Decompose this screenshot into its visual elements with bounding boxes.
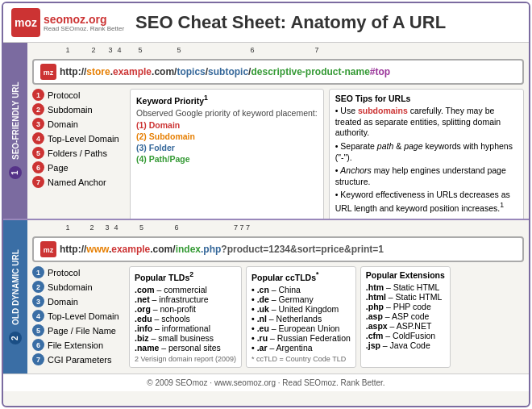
tip-2: • Separate path & page keywords with hyp… [335, 141, 517, 163]
ext-item: .htm – Static HTML [366, 282, 445, 292]
section2-content: 1 2 3 4 5 6 7 7 7 mz http://www.example.… [27, 220, 529, 374]
footer: © 2009 SEOmoz · www.seomoz.org · Read SE… [3, 374, 529, 391]
kw-description: Observed Google priority of keyword plac… [136, 108, 318, 118]
header: moz seomoz.org Read SEOmoz. Rank Better … [3, 3, 529, 43]
tld-item: .com – commercial [135, 285, 236, 294]
tld-item: .net – infrastructure [135, 294, 236, 304]
url1-bar: mz http://store.example.com/topics/subto… [32, 59, 524, 85]
seo-tips-box: SEO Tips for URLs • Use subdomains caref… [329, 89, 524, 219]
url1-page: descriptive-product-name [251, 66, 369, 77]
ext-item: .html – Static HTML [366, 292, 445, 302]
parts-list-2-ul: 1 Protocol 2 Subdomain 3 Domain 4 [32, 266, 125, 365]
cctld-item: • .ar – Argentina [251, 343, 351, 353]
url1-n5b: 5 [158, 46, 200, 54]
section2-number: 2 [9, 332, 22, 344]
parts-list-1: 1 Protocol 2 Subdomain 3 Domain 4 [32, 89, 125, 219]
url1-n7: 7 [305, 46, 329, 54]
list-item: 3 Domain [32, 118, 125, 130]
url2-text: http://www.example.com/index.php?product… [60, 244, 384, 255]
tip-3: • Anchors may help engines understand pa… [335, 165, 517, 187]
url1-wrapper: 1 2 3 4 5 5 6 7 mz http://store.example.… [32, 46, 524, 85]
tld-item: .biz – small business [135, 333, 236, 343]
kw-title: Keyword Priority1 [136, 94, 318, 106]
tlds-title: Popular TLDs2 [135, 270, 236, 282]
section1-label: 1 SEO-FRIENDLY URL [3, 43, 27, 219]
list-item: 4 Top-Level Domain [32, 132, 125, 144]
kw-item-2: (2) Subdomain [136, 131, 318, 141]
url1-n1: 1 [53, 46, 82, 54]
url2-wrapper: 1 2 3 4 5 6 7 7 7 mz http://www.example.… [32, 223, 524, 262]
tld-item: .edu – schools [135, 314, 236, 323]
url1-folder2: subtopic [208, 66, 248, 77]
url1-anchor: #top [370, 66, 390, 77]
url1-n2: 2 [82, 46, 105, 54]
url1-protocol: http:// [60, 66, 86, 77]
list-item: 1 Protocol [32, 89, 125, 101]
ext-title: Popular Extensions [366, 270, 445, 280]
tip-4: • Keyword effectiveness in URLs decrease… [335, 190, 517, 214]
tld-item: .name – personal sites [135, 343, 236, 353]
svg-text:mz: mz [44, 246, 54, 254]
popular-ext-box: Popular Extensions .htm – Static HTML .h… [360, 266, 451, 368]
cctld-footnote: * ccTLD = Country Code TLD [251, 355, 351, 363]
cctld-item: • .ru – Russian Federation [251, 333, 351, 343]
logo-text: seomoz.org [44, 14, 124, 25]
url1-n5a: 5 [123, 46, 158, 54]
cctld-item: • .nl – Netherlands [251, 314, 351, 323]
page-title: SEO Cheat Sheet: Anatomy of A URL [135, 12, 446, 33]
list-item: 1 Protocol [32, 266, 125, 278]
url1-folder1: topics [177, 66, 205, 77]
list-item: 5 Page / File Name [32, 324, 125, 336]
tips-title: SEO Tips for URLs [335, 94, 517, 103]
parts-list-1-ul: 1 Protocol 2 Subdomain 3 Domain 4 [32, 89, 125, 188]
kw-item-3: (3) Folder [136, 143, 318, 152]
cctld-item: • .de – Germany [251, 294, 351, 304]
url1-num-row: 1 2 3 4 5 5 6 7 [53, 46, 524, 54]
section2-label: 2 OLD DYNAMIC URL [3, 220, 27, 374]
named-anchor-label: Named Anchor [48, 177, 106, 187]
cctlds-title: Popular ccTLDs* [251, 270, 351, 282]
tip-1: • Use subdomains carefully. They may be … [335, 106, 517, 139]
ext-item: .jsp – Java Code [366, 340, 445, 350]
ext-item: .asp – ASP code [366, 311, 445, 321]
cctld-item: • .uk – United Kingdom [251, 304, 351, 314]
keyword-priority-box: Keyword Priority1 Observed Google priori… [130, 89, 324, 219]
logo-box: moz seomoz.org Read SEOmoz. Rank Better [11, 8, 124, 37]
url2-num-row: 1 2 3 4 5 6 7 7 7 [53, 223, 524, 232]
seomoz-icon-2: mz [40, 241, 56, 257]
cctld-item: • .eu – European Union [251, 323, 351, 333]
tld-item: .org – non-profit [135, 304, 236, 314]
cctld-item: • .cn – China [251, 285, 351, 294]
logo-icon: moz [11, 8, 40, 37]
section1-info: 1 Protocol 2 Subdomain 3 Domain 4 [32, 89, 524, 219]
kw-item-4: (4) Path/Page [136, 154, 318, 164]
url1-n6: 6 [200, 46, 305, 54]
list-item: 6 File Extension [32, 339, 125, 351]
section2-info: 1 Protocol 2 Subdomain 3 Domain 4 [32, 266, 524, 368]
ext-item: .php – PHP code [366, 302, 445, 311]
logo-tagline: Read SEOmoz. Rank Better [44, 25, 124, 32]
section2-label-text: OLD DYNAMIC URL [11, 249, 20, 325]
list-item: 2 Subdomain [32, 103, 125, 115]
svg-text:mz: mz [44, 69, 54, 77]
list-item: 3 Domain [32, 295, 125, 307]
url1-domain: example [113, 66, 152, 77]
list-item: 2 Subdomain [32, 281, 125, 293]
url1-subdomain: store [86, 66, 110, 77]
url1-text: http://store.example.com/topics/subtopic… [60, 66, 390, 77]
svg-text:moz: moz [15, 16, 37, 29]
popular-cctlds-box: Popular ccTLDs* • .cn – China • .de – Ge… [246, 266, 356, 368]
list-item: 6 Page [32, 161, 125, 173]
url2-bar: mz http://www.example.com/index.php?prod… [32, 236, 524, 262]
tld-item: .info – informational [135, 323, 236, 333]
kw-item-1: (1) Domain [136, 120, 318, 130]
list-item: 5 Folders / Paths [32, 147, 125, 159]
section1-label-text: SEO-FRIENDLY URL [11, 82, 20, 161]
ext-item: .cfm – ColdFusion [366, 331, 445, 340]
list-item: 4 Top-Level Domain [32, 310, 125, 322]
list-item: 7 Named Anchor [32, 176, 125, 188]
footer-text: © 2009 SEOmoz · www.seomoz.org · Read SE… [147, 378, 384, 387]
url1-n4: 4 [116, 46, 123, 54]
url1-n3: 3 [105, 46, 116, 54]
ext-item: .aspx – ASP.NET [366, 321, 445, 331]
